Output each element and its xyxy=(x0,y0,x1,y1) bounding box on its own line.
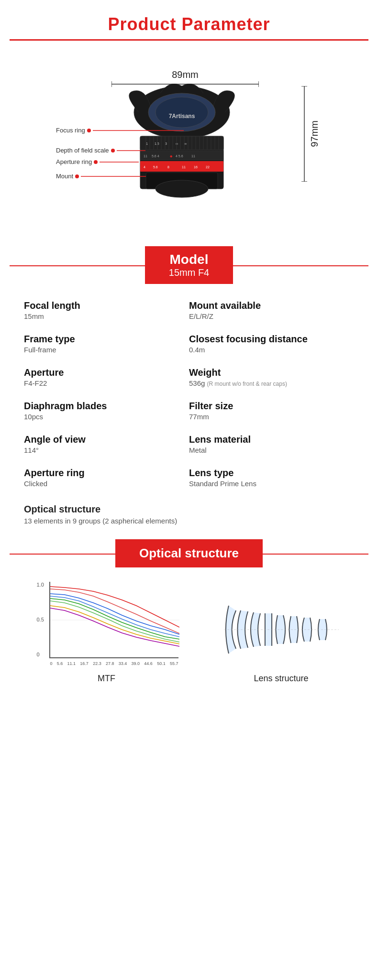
spec-focal-length: Focal length 15mm xyxy=(24,294,189,327)
svg-text:1: 1 xyxy=(146,142,148,145)
spec-filter-size: Filter size 77mm xyxy=(189,394,354,427)
optical-section: Optical structure xyxy=(0,539,378,567)
svg-text:1.5: 1.5 xyxy=(155,142,159,145)
svg-text:∞: ∞ xyxy=(184,142,187,145)
svg-text:11: 11 xyxy=(144,154,147,158)
mount-label: Mount xyxy=(56,173,146,180)
focus-ring-dot xyxy=(87,129,91,132)
model-name: 15mm F4 xyxy=(169,267,209,278)
charts-section: 1.0 0.5 0 xyxy=(0,567,378,693)
mtf-y-labels: 1.0 0.5 0 xyxy=(37,582,44,657)
svg-text:7Artisans: 7Artisans xyxy=(169,113,195,120)
aperture-dot xyxy=(94,160,98,164)
spec-closest-focusing: Closest focusing distance 0.4m xyxy=(189,327,354,360)
focus-ring-label: Focus ring xyxy=(56,127,184,134)
dim-width-label: 89mm xyxy=(169,69,201,80)
svg-text:11: 11 xyxy=(191,154,195,158)
lens-svg: 1 1.5 3 ∞ ∞ 11 5.6 4 ◆ 4 5.6 11 4 5.6 8 … xyxy=(98,84,266,208)
depth-of-field-label: Depth of field scale xyxy=(56,147,145,154)
svg-text:16: 16 xyxy=(194,165,198,169)
mtf-chart-container: 1.0 0.5 0 xyxy=(35,582,178,684)
mount-dot xyxy=(75,174,79,178)
mtf-chart: 1.0 0.5 0 xyxy=(49,582,178,658)
mtf-label: MTF xyxy=(98,674,115,684)
svg-text:5.6 4: 5.6 4 xyxy=(152,154,159,158)
svg-text:11: 11 xyxy=(182,165,186,169)
lens-structure-container: Lens structure xyxy=(219,591,344,684)
svg-text:5.6: 5.6 xyxy=(153,165,158,169)
optical-badge: Optical structure xyxy=(115,539,263,567)
spec-angle-of-view: Angle of view 114° xyxy=(24,427,189,461)
spec-frame-type: Frame type Full-frame xyxy=(24,327,189,360)
optical-title: Optical structure xyxy=(139,546,239,561)
lens-diagram-section: 89mm 97mm xyxy=(0,50,378,237)
lens-diagram-inner: 89mm 97mm xyxy=(55,60,323,222)
spec-mount-available: Mount available E/L/R/Z xyxy=(189,294,354,327)
spec-weight: Weight 536g (R mount w/o front & rear ca… xyxy=(189,360,354,394)
lens-structure-label: Lens structure xyxy=(254,674,308,684)
spec-aperture: Aperture F4-F22 xyxy=(24,360,189,394)
depth-dot xyxy=(111,149,115,152)
model-badge: Model 15mm F4 xyxy=(145,246,233,284)
dim-height-label: 97mm xyxy=(309,120,320,147)
mtf-lines-svg xyxy=(50,582,179,658)
lens-structure-svg xyxy=(219,591,344,668)
mtf-x-labels: 0 5.6 11.1 16.7 22.3 27.8 33.4 39.0 44.6… xyxy=(50,661,178,666)
spec-lens-material: Lens material Metal xyxy=(189,427,354,461)
lens-image: 1 1.5 3 ∞ ∞ 11 5.6 4 ◆ 4 5.6 11 4 5.6 8 … xyxy=(98,84,266,208)
svg-text:8: 8 xyxy=(167,165,169,169)
svg-point-8 xyxy=(156,97,208,128)
dim-height-line xyxy=(300,86,308,182)
svg-point-30 xyxy=(156,180,208,197)
optical-structure-spec: Optical structure 13 elements in 9 group… xyxy=(0,499,378,534)
aperture-ring-label: Aperture ring xyxy=(56,158,139,165)
spec-diaphragm: Diaphragm blades 10pcs xyxy=(24,394,189,427)
svg-text:3: 3 xyxy=(165,142,167,145)
header-divider xyxy=(10,39,368,41)
page-title: Product Parameter xyxy=(0,0,378,39)
model-section: Model 15mm F4 xyxy=(0,246,378,284)
svg-text:22: 22 xyxy=(206,165,210,169)
model-title: Model xyxy=(169,252,209,267)
specs-grid: Focal length 15mm Mount available E/L/R/… xyxy=(0,284,378,499)
spec-lens-type: Lens type Standard Prime Lens xyxy=(189,461,354,494)
svg-text:4: 4 xyxy=(144,165,145,169)
svg-text:4 5.6: 4 5.6 xyxy=(176,154,183,158)
spec-aperture-ring: Aperture ring Clicked xyxy=(24,461,189,494)
